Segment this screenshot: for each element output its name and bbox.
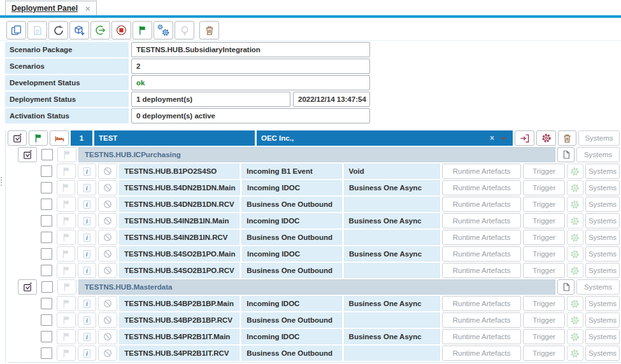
row-gear-button[interactable] bbox=[567, 164, 583, 179]
scenario-package-field[interactable]: TESTNS.HUB.SubsidiaryIntegration bbox=[131, 42, 370, 57]
group-checkbox[interactable] bbox=[41, 149, 53, 160]
row-flag-button[interactable] bbox=[57, 246, 76, 262]
deployment-timestamp-field[interactable]: 2022/12/14 13:47:54 bbox=[293, 92, 370, 107]
runtime-artefacts-button[interactable]: Runtime Artefacts bbox=[442, 346, 521, 361]
company-select-cell[interactable]: OEC Inc., × bbox=[257, 130, 513, 146]
row-flag-button[interactable] bbox=[57, 329, 76, 344]
row-info-button[interactable]: i bbox=[77, 180, 96, 195]
row-info-button[interactable]: i bbox=[78, 230, 97, 245]
group-checkbox[interactable] bbox=[41, 281, 53, 293]
settings-gears-button[interactable] bbox=[153, 21, 173, 39]
header-systems-button[interactable]: Systems bbox=[578, 130, 620, 146]
chevron-down-icon[interactable] bbox=[499, 134, 508, 143]
row-ban-button[interactable] bbox=[98, 213, 117, 228]
trigger-button[interactable]: Trigger bbox=[523, 296, 565, 311]
row-flag-button[interactable] bbox=[57, 180, 76, 195]
row-checkbox[interactable] bbox=[41, 248, 52, 260]
deploy-button[interactable] bbox=[90, 21, 110, 39]
row-gear-button[interactable] bbox=[567, 329, 583, 344]
row-systems-button[interactable]: Systems bbox=[585, 180, 620, 195]
add-scenario-package-button[interactable] bbox=[69, 21, 89, 39]
row-flag-button[interactable] bbox=[57, 213, 76, 228]
runtime-artefacts-button[interactable]: Runtime Artefacts bbox=[442, 213, 521, 228]
delete-trash-button[interactable] bbox=[199, 21, 219, 39]
deploy-to-system-button[interactable] bbox=[515, 130, 534, 146]
row-gear-button[interactable] bbox=[567, 296, 583, 311]
hint-lightbulb-button[interactable] bbox=[175, 21, 194, 39]
tab-deployment-panel[interactable]: Deployment Panel × bbox=[5, 1, 97, 15]
runtime-artefacts-button[interactable]: Runtime Artefacts bbox=[442, 296, 521, 311]
row-ban-button[interactable] bbox=[98, 296, 117, 311]
runtime-artefacts-button[interactable]: Runtime Artefacts bbox=[442, 180, 521, 195]
trigger-button[interactable]: Trigger bbox=[523, 329, 565, 344]
activation-status-field[interactable]: 0 deployment(s) active bbox=[131, 108, 370, 123]
trigger-button[interactable]: Trigger bbox=[523, 263, 565, 278]
trigger-button[interactable]: Trigger bbox=[523, 230, 565, 245]
row-checkbox[interactable] bbox=[41, 182, 52, 193]
row-checkbox[interactable] bbox=[41, 199, 52, 210]
row-info-button[interactable]: i bbox=[78, 346, 97, 361]
deactivate-bed-button[interactable] bbox=[50, 130, 69, 146]
runtime-artefacts-button[interactable]: Runtime Artefacts bbox=[442, 230, 521, 245]
row-flag-button[interactable] bbox=[57, 312, 76, 328]
row-info-button[interactable]: i bbox=[78, 312, 97, 328]
row-checkbox[interactable] bbox=[41, 298, 52, 309]
group-flag-button[interactable] bbox=[57, 279, 76, 295]
document-button[interactable] bbox=[27, 21, 47, 39]
splitter-handle[interactable] bbox=[1, 177, 2, 186]
row-info-button[interactable]: i bbox=[78, 263, 97, 278]
row-checkbox[interactable] bbox=[41, 265, 52, 276]
row-checkbox[interactable] bbox=[41, 331, 52, 342]
row-ban-button[interactable] bbox=[98, 312, 117, 328]
row-gear-button[interactable] bbox=[567, 312, 583, 328]
row-ban-button[interactable] bbox=[98, 246, 117, 262]
row-systems-button[interactable]: Systems bbox=[585, 246, 620, 262]
row-checkbox[interactable] bbox=[41, 232, 52, 243]
row-info-button[interactable]: i bbox=[77, 246, 96, 262]
row-gear-button[interactable] bbox=[567, 246, 583, 262]
row-systems-button[interactable]: Systems bbox=[585, 213, 620, 228]
row-checkbox[interactable] bbox=[41, 215, 52, 227]
runtime-artefacts-button[interactable]: Runtime Artefacts bbox=[442, 246, 521, 262]
row-info-button[interactable]: i bbox=[78, 329, 97, 344]
trigger-button[interactable]: Trigger bbox=[523, 180, 565, 195]
row-systems-button[interactable]: Systems bbox=[585, 197, 620, 212]
stop-button[interactable] bbox=[111, 21, 131, 39]
runtime-artefacts-button[interactable]: Runtime Artefacts bbox=[442, 197, 521, 212]
row-flag-button[interactable] bbox=[57, 263, 76, 278]
row-systems-button[interactable]: Systems bbox=[585, 346, 620, 361]
header-trash-button[interactable] bbox=[558, 130, 576, 146]
row-gear-button[interactable] bbox=[567, 230, 583, 245]
row-checkbox[interactable] bbox=[41, 347, 52, 359]
group-page-button[interactable] bbox=[557, 279, 575, 295]
row-systems-button[interactable]: Systems bbox=[585, 312, 620, 328]
row-info-button[interactable]: i bbox=[78, 197, 97, 212]
group-select-button[interactable] bbox=[18, 279, 37, 295]
row-ban-button[interactable] bbox=[98, 329, 117, 344]
row-systems-button[interactable]: Systems bbox=[585, 164, 620, 179]
runtime-artefacts-button[interactable]: Runtime Artefacts bbox=[442, 312, 521, 328]
row-flag-button[interactable] bbox=[57, 230, 76, 245]
group-select-button[interactable] bbox=[18, 147, 37, 162]
deployment-status-field[interactable]: 1 deployment(s) bbox=[131, 92, 290, 107]
row-ban-button[interactable] bbox=[98, 346, 117, 361]
trigger-button[interactable]: Trigger bbox=[523, 246, 565, 262]
select-all-button[interactable] bbox=[8, 130, 27, 146]
flag-button[interactable] bbox=[132, 21, 152, 39]
clear-company-icon[interactable]: × bbox=[490, 134, 494, 143]
row-systems-button[interactable]: Systems bbox=[585, 296, 620, 311]
row-gear-button[interactable] bbox=[567, 197, 583, 212]
trigger-button[interactable]: Trigger bbox=[523, 346, 565, 361]
row-ban-button[interactable] bbox=[98, 263, 117, 278]
row-flag-button[interactable] bbox=[57, 296, 76, 311]
runtime-artefacts-button[interactable]: Runtime Artefacts bbox=[442, 164, 521, 179]
trigger-button[interactable]: Trigger bbox=[523, 213, 565, 228]
row-checkbox[interactable] bbox=[41, 314, 52, 326]
row-systems-button[interactable]: Systems bbox=[585, 329, 620, 344]
group-flag-button[interactable] bbox=[57, 147, 76, 162]
row-systems-button[interactable]: Systems bbox=[585, 263, 620, 278]
row-ban-button[interactable] bbox=[98, 197, 117, 212]
scenarios-field[interactable]: 2 bbox=[131, 59, 370, 74]
row-info-button[interactable]: i bbox=[78, 213, 97, 228]
row-ban-button[interactable] bbox=[98, 180, 117, 195]
